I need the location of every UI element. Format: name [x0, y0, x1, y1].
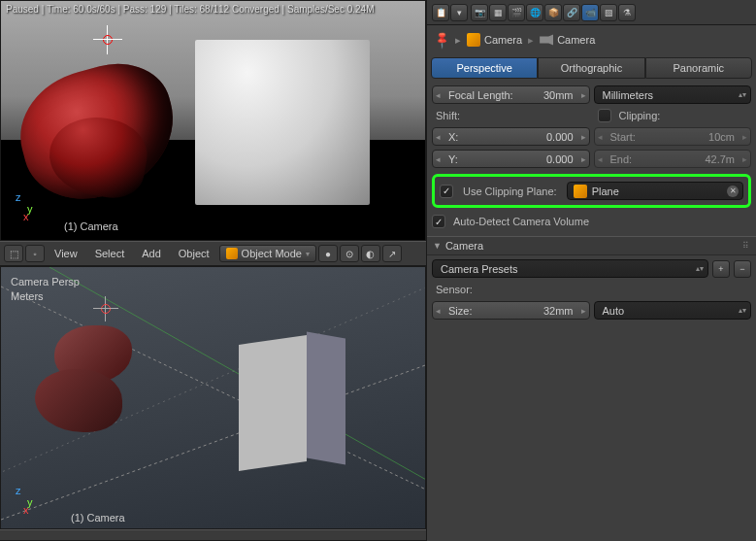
render-status-text: Paused | Time: 60.0s/60s | Pass: 129 | T… [6, 4, 375, 15]
editor-type-icon[interactable]: ⬚ [4, 245, 23, 262]
use-clipping-checkbox[interactable]: ✓ [440, 185, 453, 198]
shift-label: Shift: [432, 108, 594, 123]
preset-add-button[interactable]: + [712, 260, 730, 278]
clipping-checkbox[interactable] [598, 109, 611, 122]
sensor-size-field[interactable]: ◂Size:32mm▸ [432, 301, 590, 320]
camera-presets-dropdown[interactable]: Camera Presets▴▾ [432, 259, 708, 278]
mesh-icon [574, 185, 587, 198]
camera-panel-title: Camera [445, 240, 483, 252]
rendered-cube [195, 40, 370, 205]
viewport-footer [0, 529, 426, 541]
cursor-crosshair [93, 25, 122, 54]
datablock-breadcrumb: 📌 ▸ Camera ▸ Camera [427, 25, 756, 54]
shift-x-field[interactable]: ◂X:0.000▸ [432, 127, 590, 146]
tab-orthographic[interactable]: Orthographic [538, 57, 644, 79]
transform-orient-icon[interactable]: ↗ [382, 245, 402, 262]
use-clipping-label: Use Clipping Plane: [459, 184, 561, 199]
tab-perspective[interactable]: Perspective [431, 57, 538, 79]
lens-type-tabs: Perspective Orthographic Panoramic [427, 54, 756, 82]
clipping-plane-object-field[interactable]: Plane ✕ [567, 182, 743, 200]
collapse-icon[interactable]: ◦ [25, 245, 45, 262]
highlight-clipping-plane: ✓ Use Clipping Plane: Plane ✕ [432, 174, 751, 208]
context-layers-icon[interactable]: ▦ [489, 4, 507, 21]
context-physics-icon[interactable]: ⚗ [618, 4, 636, 21]
toolbar-scene-icon[interactable]: 📋 [432, 4, 449, 21]
viewport-camera-label: (1) Camera [71, 512, 125, 524]
viewport-cube[interactable] [239, 325, 345, 471]
mode-label: Object Mode [242, 248, 302, 259]
tab-panoramic[interactable]: Panoramic [645, 57, 752, 79]
viewport-cursor [93, 296, 118, 321]
render-camera-label: (1) Camera [64, 220, 118, 232]
bc-separator: ▸ [528, 34, 534, 47]
context-material-icon[interactable]: ▧ [600, 4, 617, 21]
sensor-fit-dropdown[interactable]: Auto▴▾ [594, 301, 752, 320]
menu-select[interactable]: Select [87, 245, 133, 262]
context-render-icon[interactable]: 📷 [471, 4, 488, 21]
menu-view[interactable]: View [47, 245, 85, 262]
menu-add[interactable]: Add [134, 245, 169, 262]
context-data-icon[interactable]: 📹 [581, 4, 599, 21]
render-view[interactable]: Paused | Time: 60.0s/60s | Pass: 129 | T… [0, 0, 426, 241]
preset-remove-button[interactable]: − [734, 260, 751, 278]
pin-icon[interactable]: 📌 [432, 30, 452, 51]
data-camera-icon [540, 33, 553, 47]
mode-dropdown[interactable]: Object Mode ▾ [219, 245, 316, 262]
camera-panel-header[interactable]: ▼ Camera ⠿ [427, 236, 756, 255]
context-object-icon[interactable]: 📦 [544, 4, 562, 21]
pivot-icon[interactable]: ⊙ [340, 245, 359, 262]
viewport-menubar: ⬚ ◦ View Select Add Object Object Mode ▾… [0, 241, 426, 266]
autodetect-label: Auto-Detect Camera Volume [449, 214, 593, 229]
toolbar-dropdown-icon[interactable]: ▾ [450, 4, 468, 21]
context-constraints-icon[interactable]: 🔗 [563, 4, 580, 21]
clip-end-field[interactable]: ◂End:42.7m▸ [594, 150, 752, 168]
object-mode-icon [226, 248, 238, 259]
viewport-mesh[interactable] [35, 325, 161, 423]
autodetect-checkbox[interactable]: ✓ [432, 215, 445, 228]
breadcrumb-object[interactable]: Camera [467, 33, 522, 47]
context-world-icon[interactable]: 🌐 [526, 4, 543, 21]
manipulator-icon[interactable]: ◐ [361, 245, 380, 262]
panel-drag-icon[interactable]: ⠿ [742, 241, 750, 251]
menu-object[interactable]: Object [171, 245, 217, 262]
object-camera-icon [467, 33, 480, 47]
panel-arrow-icon: ▼ [433, 241, 442, 251]
context-scene-icon[interactable]: 🎬 [508, 4, 525, 21]
sensor-label: Sensor: [432, 282, 751, 297]
properties-header-toolbar: 📋 ▾ 📷 ▦ 🎬 🌐 📦 🔗 📹 ▧ ⚗ [427, 0, 756, 25]
viewport-3d[interactable]: Camera PerspMeters zyx (1) Camera [0, 266, 426, 529]
clipping-label: Clipping: [615, 108, 665, 123]
breadcrumb-data[interactable]: Camera [540, 33, 595, 47]
shading-solid-icon[interactable]: ● [318, 245, 338, 262]
clip-start-field[interactable]: ◂Start:10cm▸ [594, 127, 752, 146]
clear-object-icon[interactable]: ✕ [727, 186, 739, 197]
lens-unit-dropdown[interactable]: Millimeters▴▾ [594, 85, 752, 104]
focal-length-field[interactable]: ◂Focal Length:30mm▸ [432, 85, 590, 104]
viewport-info: Camera PerspMeters [11, 275, 80, 304]
shift-y-field[interactable]: ◂Y:0.000▸ [432, 150, 590, 168]
bc-sep-icon: ▸ [455, 34, 461, 47]
